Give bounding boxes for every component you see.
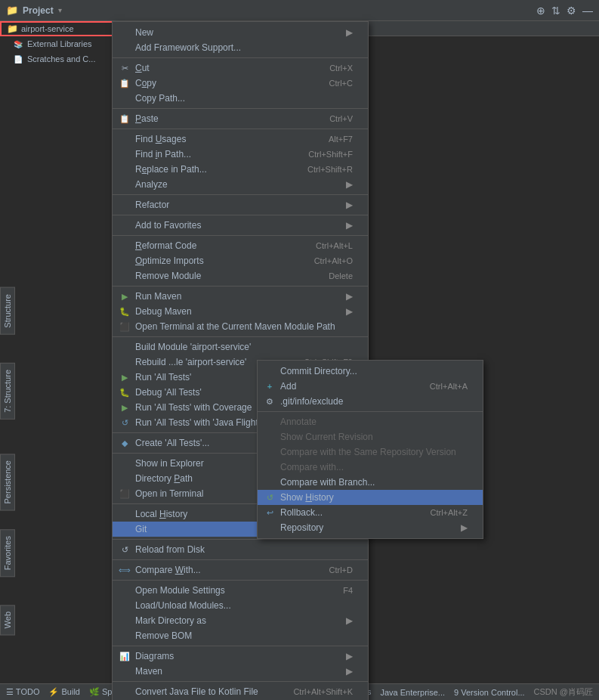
- debug-icon: 🐛: [119, 386, 131, 398]
- submenu-item-repository[interactable]: Repository ▶: [258, 520, 483, 535]
- minimize-icon[interactable]: —: [582, 5, 593, 17]
- tab-favorites[interactable]: Favorites: [0, 529, 15, 577]
- menu-item-cut[interactable]: ✂ Cut Ctrl+X: [113, 60, 368, 76]
- submenu-item-commit-directory[interactable]: Commit Directory...: [258, 364, 483, 379]
- menu-item-label: Paste: [135, 113, 159, 124]
- status-java-enterprise[interactable]: Java Enterprise...: [380, 688, 445, 697]
- shortcut: Ctrl+C: [314, 79, 353, 88]
- menu-item-label: Remove Module: [135, 271, 201, 281]
- menu-item-label: Local History: [135, 509, 187, 519]
- separator: [113, 580, 368, 581]
- menu-item-label: Open Module Settings: [135, 585, 225, 596]
- menu-item-open-terminal-maven[interactable]: ⬛ Open Terminal at the Current Maven Mod…: [113, 319, 368, 334]
- menu-item-label: Git: [135, 524, 147, 534]
- menu-item-remove-bom[interactable]: Remove BOM: [113, 628, 368, 643]
- menu-item-mark-directory[interactable]: Mark Directory as ▶: [113, 613, 368, 628]
- menu-item-label: Copy: [135, 78, 156, 88]
- sidebar-item-airport-service[interactable]: 📁 airport-service: [0, 21, 120, 36]
- status-csdn: CSDN @肖码匠: [534, 686, 593, 698]
- submenu-arrow: ▶: [461, 522, 468, 533]
- submenu-arrow: ▶: [346, 200, 353, 210]
- separator: [113, 129, 368, 129]
- settings-icon[interactable]: ⚙: [567, 5, 576, 17]
- shortcut: Ctrl+Alt+Shift+K: [278, 687, 353, 696]
- menu-item-paste[interactable]: 📋 Paste Ctrl+V: [113, 111, 368, 126]
- copy-icon: 📋: [119, 77, 131, 89]
- menu-item-copy-path[interactable]: Copy Path...: [113, 91, 368, 106]
- menu-item-find-usages[interactable]: Find Usages Alt+F7: [113, 132, 368, 147]
- menu-item-label: Annotate: [280, 417, 316, 427]
- menu-item-new[interactable]: New ▶: [113, 25, 368, 40]
- tab-7-structure[interactable]: 7: Structure: [0, 363, 15, 420]
- menu-item-refactor[interactable]: Refactor ▶: [113, 197, 368, 212]
- shortcut: Ctrl+Alt+L: [301, 241, 353, 250]
- menu-item-label: Show History: [280, 492, 334, 503]
- terminal-icon: ⬛: [119, 321, 131, 333]
- menu-item-diagrams[interactable]: 📊 Diagrams ▶: [113, 649, 368, 664]
- menu-item-debug-maven[interactable]: 🐛 Debug Maven ▶: [113, 304, 368, 319]
- menu-item-label: Directory Path: [135, 473, 193, 484]
- submenu-arrow: ▶: [346, 306, 353, 317]
- menu-item-label: Compare with Branch...: [280, 477, 375, 488]
- sidebar-item-external-libraries[interactable]: 📚 External Libraries: [0, 36, 120, 51]
- sync-icon[interactable]: ⇅: [551, 5, 560, 17]
- separator: [113, 215, 368, 215]
- menu-item-replace-in-path[interactable]: Replace in Path... Ctrl+Shift+R: [113, 162, 368, 177]
- tab-persistence[interactable]: Persistence: [0, 454, 15, 510]
- menu-item-load-unload-modules[interactable]: Load/Unload Modules...: [113, 598, 368, 613]
- shortcut: Ctrl+Shift+R: [292, 165, 353, 174]
- submenu-item-compare-branch[interactable]: Compare with Branch...: [258, 475, 483, 490]
- status-todo[interactable]: ☰ TODO: [6, 687, 39, 697]
- menu-item-add-framework[interactable]: Add Framework Support...: [113, 40, 368, 55]
- separator: [113, 57, 368, 58]
- menu-item-open-module-settings[interactable]: Open Module Settings F4: [113, 583, 368, 598]
- menu-item-find-in-path[interactable]: Find in Path... Ctrl+Shift+F: [113, 147, 368, 162]
- tab-web[interactable]: Web: [0, 605, 15, 635]
- menu-item-label: Compare with the Same Repository Version: [280, 447, 456, 457]
- submenu-item-annotate[interactable]: Annotate: [258, 414, 483, 429]
- status-build[interactable]: ⚡ Build: [48, 687, 80, 697]
- menu-item-compare-with[interactable]: ⟺ Compare With... Ctrl+D: [113, 562, 368, 578]
- sidebar-item-scratches[interactable]: 📄 Scratches and C...: [0, 51, 120, 67]
- rollback-icon: ↩: [264, 506, 276, 519]
- submenu-item-show-current-revision[interactable]: Show Current Revision: [258, 429, 483, 444]
- menu-item-optimize-imports[interactable]: Optimize Imports Ctrl+Alt+O: [113, 253, 368, 268]
- menu-item-build-module[interactable]: Build Module 'airport-service': [113, 339, 368, 355]
- separator: [113, 559, 368, 560]
- menu-item-reformat-code[interactable]: Reformat Code Ctrl+Alt+L: [113, 238, 368, 253]
- menu-item-convert-java-kotlin[interactable]: Convert Java File to Kotlin File Ctrl+Al…: [113, 684, 368, 699]
- library-icon: 📚: [12, 38, 24, 50]
- dropdown-icon[interactable]: ▾: [58, 6, 62, 14]
- menu-item-label: Show in Explorer: [135, 458, 204, 469]
- shortcut: Ctrl+Shift+F: [293, 150, 353, 159]
- menu-item-analyze[interactable]: Analyze ▶: [113, 177, 368, 192]
- separator: [113, 286, 368, 287]
- separator: [113, 235, 368, 236]
- submenu-item-show-history[interactable]: ↺ Show History: [258, 490, 483, 505]
- submenu-item-rollback[interactable]: ↩ Rollback... Ctrl+Alt+Z: [258, 505, 483, 520]
- submenu-item-add[interactable]: + Add Ctrl+Alt+A: [258, 379, 483, 394]
- submenu-item-git-info-exclude[interactable]: ⚙ .git/info/exclude: [258, 394, 483, 409]
- submenu-item-compare-with[interactable]: Compare with...: [258, 460, 483, 475]
- status-version-control[interactable]: 9 Version Control...: [454, 688, 525, 697]
- submenu-arrow: ▶: [346, 666, 353, 677]
- menu-item-label: Compare with...: [280, 462, 344, 472]
- add-icon[interactable]: ⊕: [536, 5, 545, 17]
- menu-item-label: Debug 'All Tests': [135, 387, 202, 398]
- separator: [113, 681, 368, 682]
- scratches-icon: 📄: [12, 53, 24, 65]
- debug-maven-icon: 🐛: [119, 305, 131, 317]
- menu-item-maven[interactable]: Maven ▶: [113, 664, 368, 679]
- submenu-item-compare-same-repo[interactable]: Compare with the Same Repository Version: [258, 444, 483, 460]
- menu-item-add-favorites[interactable]: Add to Favorites ▶: [113, 218, 368, 233]
- menu-item-label: Add to Favorites: [135, 220, 201, 231]
- menu-item-run-maven[interactable]: ▶ Run Maven ▶: [113, 289, 368, 304]
- left-tab-favorites: Favorites: [0, 529, 15, 577]
- jfr-icon: ↺: [119, 417, 131, 429]
- tab-structure[interactable]: Structure: [0, 287, 15, 335]
- menu-item-remove-module[interactable]: Remove Module Delete: [113, 268, 368, 283]
- run-maven-icon: ▶: [119, 290, 131, 302]
- menu-item-copy[interactable]: 📋 Copy Ctrl+C: [113, 76, 368, 91]
- open-terminal-icon: ⬛: [119, 488, 131, 500]
- menu-item-reload-from-disk[interactable]: ↺ Reload from Disk: [113, 542, 368, 557]
